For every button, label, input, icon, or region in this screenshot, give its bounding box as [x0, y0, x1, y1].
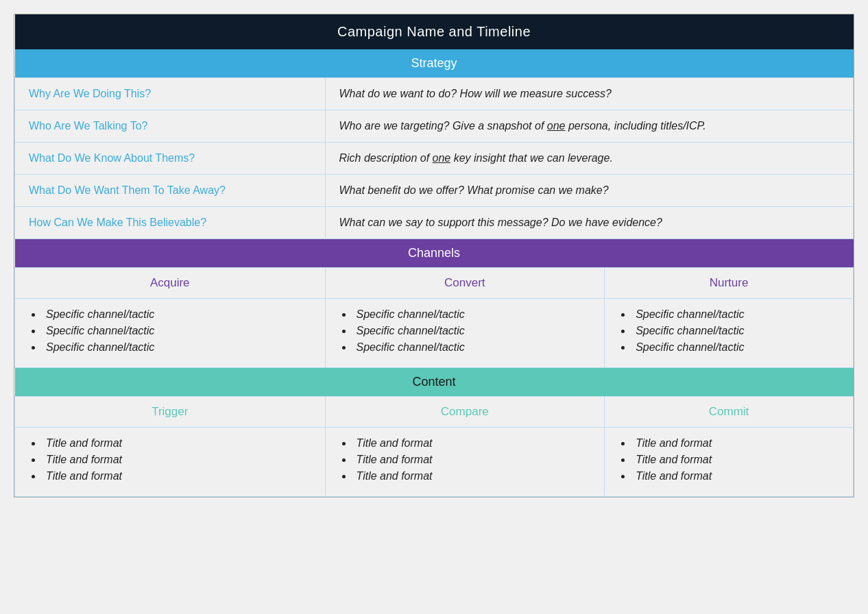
list-item: Specific channel/tactic — [632, 325, 832, 337]
list-item: Specific channel/tactic — [43, 308, 304, 321]
trigger-header: Trigger — [15, 397, 326, 428]
nurture-content: Specific channel/tactic Specific channel… — [605, 299, 854, 368]
content-section-header: Content — [15, 368, 854, 397]
strategy-value-4: What benefit do we offer? What promise c… — [325, 175, 854, 207]
compare-content: Title and format Title and format Title … — [325, 428, 605, 497]
strategy-value-3: Rich description of one key insight that… — [325, 143, 854, 175]
list-item: Specific channel/tactic — [353, 341, 584, 354]
strategy-label-2: Who Are We Talking To? — [15, 110, 326, 143]
list-item: Specific channel/tactic — [632, 308, 832, 321]
strategy-section-label: Strategy — [15, 49, 854, 78]
convert-header: Convert — [325, 268, 605, 299]
list-item: Title and format — [353, 470, 584, 482]
list-item: Title and format — [632, 470, 832, 482]
content-data-row: Title and format Title and format Title … — [15, 428, 854, 497]
list-item: Title and format — [43, 454, 304, 466]
strategy-label-3: What Do We Know About Thems? — [15, 143, 326, 175]
strategy-row-5: How Can We Make This Believable? What ca… — [15, 207, 854, 239]
convert-content: Specific channel/tactic Specific channel… — [325, 299, 605, 368]
trigger-content: Title and format Title and format Title … — [15, 428, 326, 497]
strategy-row-3: What Do We Know About Thems? Rich descri… — [15, 143, 854, 175]
strategy-value-5: What can we say to support this message?… — [325, 207, 854, 239]
nurture-header: Nurture — [605, 268, 854, 299]
header-row: Campaign Name and Timeline — [15, 14, 854, 49]
strategy-label-4: What Do We Want Them To Take Away? — [15, 175, 326, 207]
strategy-value-2: Who are we targeting? Give a snapshot of… — [325, 110, 854, 143]
content-section-label: Content — [15, 368, 854, 397]
list-item: Specific channel/tactic — [632, 341, 832, 354]
acquire-header: Acquire — [15, 268, 326, 299]
list-item: Title and format — [353, 437, 584, 450]
list-item: Title and format — [632, 454, 832, 466]
list-item: Title and format — [43, 470, 304, 482]
channels-section-header: Channels — [15, 239, 854, 268]
list-item: Title and format — [353, 454, 584, 466]
list-item: Title and format — [632, 437, 832, 450]
main-table: Campaign Name and Timeline Strategy Why … — [14, 14, 854, 498]
strategy-section-header: Strategy — [15, 49, 854, 78]
list-item: Specific channel/tactic — [353, 325, 584, 337]
strategy-label-1: Why Are We Doing This? — [15, 78, 326, 110]
list-item: Specific channel/tactic — [43, 341, 304, 354]
channels-col-headers: Acquire Convert Nurture — [15, 268, 854, 299]
header-title: Campaign Name and Timeline — [15, 14, 854, 49]
strategy-row-2: Who Are We Talking To? Who are we target… — [15, 110, 854, 143]
list-item: Title and format — [43, 437, 304, 450]
compare-header: Compare — [325, 397, 605, 428]
list-item: Specific channel/tactic — [353, 308, 584, 321]
content-col-headers: Trigger Compare Commit — [15, 397, 854, 428]
commit-content: Title and format Title and format Title … — [605, 428, 854, 497]
strategy-value-1: What do we want to do? How will we measu… — [325, 78, 854, 110]
channels-content-row: Specific channel/tactic Specific channel… — [15, 299, 854, 368]
strategy-row-1: Why Are We Doing This? What do we want t… — [15, 78, 854, 110]
list-item: Specific channel/tactic — [43, 325, 304, 337]
channels-section-label: Channels — [15, 239, 854, 268]
strategy-label-5: How Can We Make This Believable? — [15, 207, 326, 239]
acquire-content: Specific channel/tactic Specific channel… — [15, 299, 326, 368]
strategy-row-4: What Do We Want Them To Take Away? What … — [15, 175, 854, 207]
commit-header: Commit — [605, 397, 854, 428]
